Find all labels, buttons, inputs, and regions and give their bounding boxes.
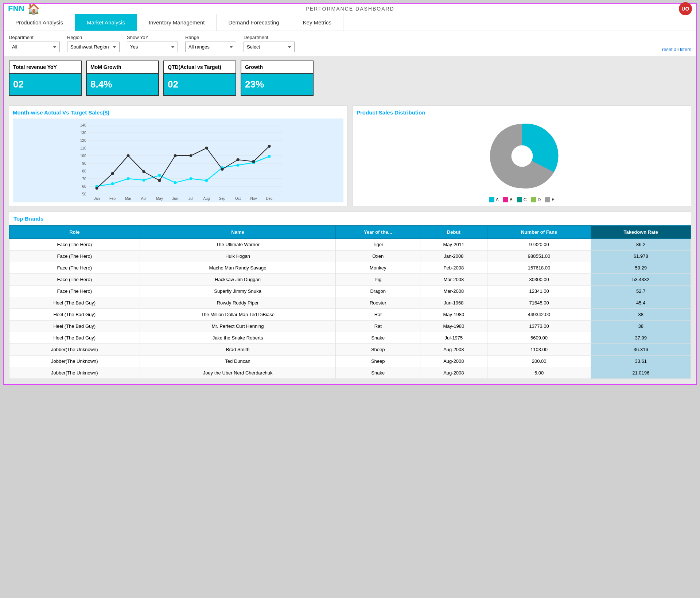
table-cell: Superfly Jimmy Snuka <box>140 286 336 297</box>
svg-text:60: 60 <box>82 185 86 189</box>
tab-inventory-management[interactable]: Inventory Management <box>137 14 217 31</box>
table-row: Jobber(The Unknown)Brad SmithSheepAug-20… <box>9 344 691 356</box>
legend-label-b: B <box>510 197 513 202</box>
col-debut: Debut <box>420 226 487 239</box>
table-row: Heel (The Bad Guy)The Million Dollar Man… <box>9 309 691 321</box>
table-cell: 97320.00 <box>487 239 591 251</box>
svg-text:Dec: Dec <box>266 197 273 201</box>
table-cell: 5609.00 <box>487 332 591 344</box>
legend-color-b <box>503 197 508 202</box>
filter-department: Department All <box>9 35 60 52</box>
legend-color-e <box>545 197 550 202</box>
table-cell: Hulk Hogan <box>140 251 336 262</box>
table-cell: Face (The Hero) <box>9 239 140 251</box>
table-cell: Face (The Hero) <box>9 274 140 286</box>
table-cell: Feb-2008 <box>420 262 487 274</box>
svg-point-24 <box>158 174 161 177</box>
table-cell: Rooster <box>336 297 420 309</box>
svg-point-35 <box>143 170 145 173</box>
svg-point-34 <box>127 154 130 157</box>
table-cell: 157618.00 <box>487 262 591 274</box>
table-cell: Mar-2008 <box>420 274 487 286</box>
table-cell: Jobber(The Unknown) <box>9 367 140 379</box>
table-cell: 59.29 <box>591 262 691 274</box>
pie-chart-box: Product Sales Distribution <box>353 105 691 206</box>
filter-region-label: Region <box>67 35 120 40</box>
tab-demand-forecasting[interactable]: Demand Forecasting <box>217 14 291 31</box>
table-cell: Jobber(The Unknown) <box>9 344 140 356</box>
table-cell: 53.4332 <box>591 274 691 286</box>
table-cell: May-1980 <box>420 309 487 321</box>
svg-text:Oct: Oct <box>235 197 241 201</box>
logo-area: FNN 🏠 <box>8 3 40 15</box>
legend-label-e: E <box>552 197 555 202</box>
svg-point-23 <box>143 179 145 182</box>
svg-text:May: May <box>156 197 163 201</box>
svg-point-38 <box>190 154 192 157</box>
col-role: Role <box>9 226 140 239</box>
svg-text:80: 80 <box>82 169 86 173</box>
table-cell: Sheep <box>336 344 420 356</box>
table-cell: Pig <box>336 274 420 286</box>
svg-point-33 <box>111 172 114 175</box>
table-cell: Heel (The Bad Guy) <box>9 321 140 332</box>
kpi-row: Total revenue YoY 02 MoM Growth 8.4% QTD… <box>4 56 696 100</box>
svg-point-43 <box>268 145 271 148</box>
table-row: Face (The Hero)Hulk HoganOxenJan-2008988… <box>9 251 691 262</box>
kpi-qtd-title: QTD(Actual vs Target) <box>164 61 236 74</box>
table-row: Jobber(The Unknown)Ted DuncanSheepAug-20… <box>9 356 691 367</box>
table-cell: Jake the Snake Roberts <box>140 332 336 344</box>
svg-text:Feb: Feb <box>109 197 116 201</box>
reset-filters-link[interactable]: reset all filters <box>662 47 691 52</box>
tab-key-metrics[interactable]: Key Metrics <box>291 14 343 31</box>
table-cell: Tiger <box>336 239 420 251</box>
table-row: Face (The Hero)Macho Man Randy SavageMon… <box>9 262 691 274</box>
filter-department-select[interactable]: All <box>9 42 60 52</box>
table-cell: 200.00 <box>487 356 591 367</box>
tab-market-analysis[interactable]: Market Analysis <box>75 14 137 31</box>
table-cell: Face (The Hero) <box>9 262 140 274</box>
svg-point-27 <box>205 179 208 182</box>
logo-house-icon: 🏠 <box>27 3 40 15</box>
top-brands-section: Top Brands Role Name Year of the... Debu… <box>9 211 691 379</box>
table-cell: Monkey <box>336 262 420 274</box>
table-row: Face (The Hero)Hacksaw Jim DugganPigMar-… <box>9 274 691 286</box>
table-header-row: Role Name Year of the... Debut Number of… <box>9 226 691 239</box>
kpi-qtd: QTD(Actual vs Target) 02 <box>163 61 236 96</box>
table-cell: Rat <box>336 309 420 321</box>
table-cell: Aug-2008 <box>420 356 487 367</box>
svg-point-22 <box>127 177 130 180</box>
table-cell: May-1980 <box>420 321 487 332</box>
legend-label-c: C <box>524 197 527 202</box>
filter-range-select[interactable]: All ranges <box>185 42 236 52</box>
kpi-growth-value: 23% <box>241 74 313 95</box>
svg-point-32 <box>96 187 98 190</box>
svg-text:Sep: Sep <box>219 197 226 201</box>
table-cell: Aug-2008 <box>420 367 487 379</box>
filter-yoy-select[interactable]: Yes No <box>127 42 178 52</box>
table-cell: Aug-2008 <box>420 344 487 356</box>
table-cell: Mar-2008 <box>420 286 487 297</box>
kpi-mom-growth-title: MoM Growth <box>87 61 158 74</box>
table-cell: Brad Smith <box>140 344 336 356</box>
table-cell: Hacksaw Jim Duggan <box>140 274 336 286</box>
table-cell: Jan-2008 <box>420 251 487 262</box>
top-brands-table: Role Name Year of the... Debut Number of… <box>9 225 691 379</box>
table-cell: Face (The Hero) <box>9 286 140 297</box>
svg-text:Jan: Jan <box>94 197 100 201</box>
table-cell: 52.7 <box>591 286 691 297</box>
legend-item-d: D <box>531 197 541 202</box>
svg-text:140: 140 <box>80 123 86 127</box>
svg-text:50: 50 <box>82 192 86 196</box>
col-fans: Number of Fans <box>487 226 591 239</box>
tab-production-analysis[interactable]: Production Analysis <box>4 14 75 31</box>
filter-region-select[interactable]: Southwest Region <box>67 42 120 52</box>
table-cell: Jobber(The Unknown) <box>9 356 140 367</box>
table-row: Heel (The Bad Guy)Jake the Snake Roberts… <box>9 332 691 344</box>
line-chart-box: Month-wise Actual Vs Target Sales($) 140 <box>9 105 347 206</box>
user-avatar: UO <box>679 2 692 15</box>
table-row: Face (The Hero)The Ultimate WarriorTiger… <box>9 239 691 251</box>
table-row: Jobber(The Unknown)Joey the Uber Nerd Ch… <box>9 367 691 379</box>
filter-department2-select[interactable]: Select <box>244 42 295 52</box>
legend-item-c: C <box>517 197 527 202</box>
